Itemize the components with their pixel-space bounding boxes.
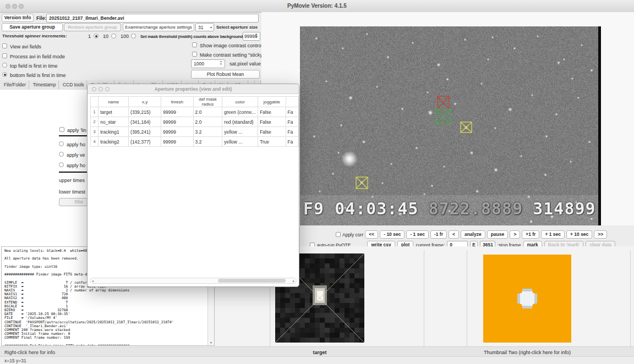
aperture-table-header: name x,y thresh def mask radius color jo…: [91, 97, 299, 107]
process-field-mode-checkbox[interactable]: [2, 53, 7, 58]
cell-color[interactable]: yellow ...: [222, 137, 258, 147]
bottom-field-first-radio[interactable]: [2, 72, 7, 77]
pause-button[interactable]: pause: [487, 230, 509, 239]
back-1sec-button[interactable]: - 1 sec: [406, 230, 428, 239]
back-1frame-button[interactable]: -1 fr: [430, 230, 447, 239]
cell-radius[interactable]: 3.2: [193, 137, 222, 147]
view-avi-fields-label: View avi fields: [10, 44, 41, 49]
version-info-button[interactable]: Version Info: [2, 14, 34, 22]
apply-corr-checkbox[interactable]: [336, 232, 341, 237]
scroll-left-icon[interactable]: ◂: [92, 279, 94, 283]
cell-extra[interactable]: Fa: [286, 117, 299, 127]
cell-name[interactable]: tracking2: [99, 137, 129, 147]
scroll-right-icon[interactable]: ▸: [293, 279, 294, 283]
lower-timestamp-label: lower timest: [59, 189, 85, 195]
top-field-first-label: top field is first in time: [10, 63, 58, 69]
file-path-input[interactable]: 20251012_2107_Ilmari_Bender.avi: [46, 14, 259, 23]
examine-aperture-settings-button[interactable]: Examine/change aperture settings: [123, 23, 194, 31]
cell-xy[interactable]: (395,241): [129, 127, 161, 137]
cell-color[interactable]: green (conne...: [222, 107, 258, 117]
thumbnail-label-strip: Right-click here for info target Thumbna…: [0, 346, 634, 357]
cell-joggable[interactable]: False: [258, 117, 286, 127]
jump-end-button[interactable]: >>: [594, 230, 607, 239]
apply-linear-label: apply 'lin: [67, 128, 86, 133]
view-avi-fields-checkbox[interactable]: [2, 43, 7, 48]
spinner-arrows-icon[interactable]: ▲▼: [254, 33, 259, 38]
chevron-down-icon: ▾: [210, 24, 212, 31]
sticky-contrast-checkbox[interactable]: [192, 52, 197, 57]
threshold-100-label: 100: [121, 34, 129, 39]
cell-radius[interactable]: 2.0: [193, 117, 222, 127]
cell-extra[interactable]: Fa: [286, 107, 299, 117]
cell-name[interactable]: target: [99, 107, 129, 117]
col-joggable: joggable: [258, 97, 286, 107]
table-row: 4 tracking2 (142,377) 99999 3.2 yellow .…: [91, 137, 299, 147]
dialog-horizontal-scrollbar[interactable]: ◂ ▸: [90, 278, 297, 284]
show-contrast-checkbox[interactable]: [192, 42, 197, 47]
threshold-1-radio[interactable]: [94, 34, 99, 38]
table-row: 1 target (339,215) 99999 2.0 green (conn…: [91, 107, 299, 117]
scrollbar-thumb[interactable]: [218, 279, 286, 283]
cell-color[interactable]: yellow ...: [222, 127, 258, 137]
thumbnail-two-label: Thumbnail Two (right-click here for info…: [472, 350, 582, 355]
cell-extra[interactable]: Fa: [286, 127, 299, 137]
threshold-10-radio[interactable]: [111, 34, 116, 38]
cell-xy[interactable]: (341,184): [129, 117, 161, 127]
tab-file-folder[interactable]: File/Folder: [0, 80, 29, 89]
cell-color[interactable]: red (standard): [222, 117, 258, 127]
table-row: 2 no_star (341,184) 99999 2.0 red (stand…: [91, 117, 299, 127]
main-image-frame: F9 04:03:45 8722.8889 314899: [300, 26, 598, 225]
restore-aperture-group-button[interactable]: Restore aperture group: [64, 23, 121, 31]
cell-joggable[interactable]: False: [258, 107, 286, 117]
threshold-100-radio[interactable]: [131, 34, 136, 38]
apply-linear-checkbox[interactable]: [59, 127, 64, 132]
forward-10sec-button[interactable]: + 10 sec: [566, 230, 592, 239]
forward-1frame-button[interactable]: +1 fr: [522, 230, 539, 239]
cell-joggable[interactable]: True: [258, 137, 286, 147]
cell-extra[interactable]: Fa: [286, 137, 299, 147]
main-image-canvas[interactable]: [300, 26, 598, 225]
back-10sec-button[interactable]: - 10 sec: [380, 230, 405, 239]
cell-thresh[interactable]: 99999: [161, 127, 193, 137]
dialog-title-bar[interactable]: Aperture properties (view and edit): [88, 84, 299, 94]
cell-name[interactable]: tracking1: [99, 127, 129, 137]
cell-xy[interactable]: (142,377): [129, 137, 161, 147]
dialog-title: Aperture properties (view and edit): [88, 86, 299, 92]
aperture-properties-dialog: Aperture properties (view and edit) name…: [87, 84, 299, 287]
mask-threshold-spinbox[interactable]: 99999 ▲▼: [243, 32, 260, 41]
save-aperture-group-button[interactable]: Save aperture group: [2, 23, 63, 31]
cell-thresh[interactable]: 99999: [161, 107, 193, 117]
apply-horizontal2-label: apply ho: [67, 163, 85, 168]
jump-start-button[interactable]: <<: [365, 230, 378, 239]
tab-timestamp[interactable]: Timestamp: [29, 80, 59, 89]
thumbnail-two-canvas[interactable]: [483, 255, 571, 343]
threshold-1-label: 1: [88, 34, 91, 39]
play-backward-button[interactable]: <: [449, 230, 459, 239]
cell-name[interactable]: no_star: [99, 117, 129, 127]
play-forward-button[interactable]: >: [510, 230, 520, 239]
plot-robust-mean-button[interactable]: Plot Robust Mean: [191, 70, 260, 79]
cell-joggable[interactable]: False: [258, 127, 286, 137]
cell-thresh[interactable]: 99999: [161, 117, 193, 127]
cell-radius[interactable]: 3.2: [193, 127, 222, 137]
apply-horizontal-radio[interactable]: [59, 141, 64, 146]
apply-vertical-radio[interactable]: [59, 152, 64, 157]
cell-radius[interactable]: 2.0: [193, 107, 222, 117]
tab-ccd-tools[interactable]: CCD tools: [59, 80, 87, 89]
cell-xy[interactable]: (339,215): [129, 107, 161, 117]
log-info-hint: Right-click here for info: [4, 350, 55, 355]
top-field-first-radio[interactable]: [2, 63, 7, 68]
window-title: PyMovie Version: 4.1.5: [0, 3, 634, 9]
scroll-down-icon[interactable]: ▼: [208, 341, 214, 344]
image-right-border: [598, 26, 601, 225]
cell-thresh[interactable]: 99999: [161, 137, 193, 147]
col-radius: def mask radius: [193, 97, 222, 107]
timestamp-field-time: F9 04:03:45: [303, 199, 419, 218]
aperture-size-select[interactable]: 31 ▾: [195, 23, 214, 31]
sat-pixel-spinbox[interactable]: 1000 ▲▼: [191, 59, 225, 68]
col-color: color: [222, 97, 258, 107]
analyze-button[interactable]: analyze: [461, 230, 485, 239]
spinner-arrows-icon[interactable]: ▲▼: [218, 60, 223, 65]
forward-1sec-button[interactable]: + 1 sec: [541, 230, 565, 239]
apply-horizontal2-radio[interactable]: [59, 162, 64, 167]
